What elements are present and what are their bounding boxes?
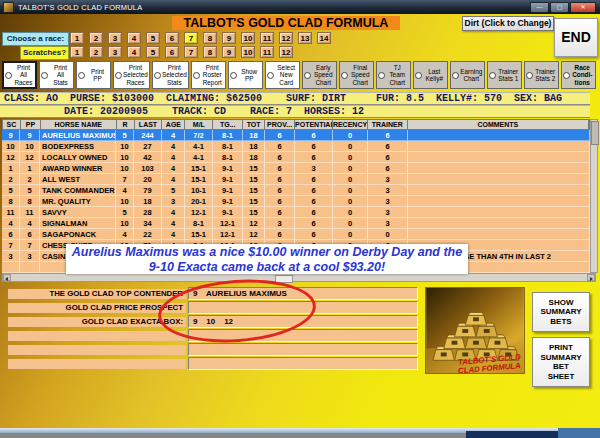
print-option-9[interactable]: Final Speed Chart xyxy=(339,61,374,89)
title-bar: TALBOT'S GOLD CLAD FORMULA — ▢ ✕ xyxy=(0,0,600,14)
scratch-button-4[interactable]: 4 xyxy=(127,46,141,58)
print-option-11[interactable]: Last Kelly# xyxy=(413,61,448,89)
minimize-icon[interactable]: — xyxy=(530,2,549,13)
summary-value-2[interactable]: 9 10 12 xyxy=(188,315,418,328)
print-option-6[interactable]: Show PP xyxy=(228,61,263,89)
summary-labels: THE GOLD CLAD TOP CONTENDERGOLD CLAD PRI… xyxy=(8,289,186,369)
table-row[interactable]: 66SAGAPONACK422415-112-1126600 xyxy=(2,229,590,240)
race-info-bar-2: DATE: 20200905 TRACK: CD RACE: 7 HORSES:… xyxy=(0,105,590,118)
race-button-8[interactable]: 8 xyxy=(203,32,217,44)
print-option-14[interactable]: Trainer Stats 2 xyxy=(524,61,559,89)
table-row[interactable]: 1111SAVVY528412-19-1156603 xyxy=(2,207,590,218)
table-row[interactable]: 88MR. QUALITY1018320-19-1156603 xyxy=(2,196,590,207)
print-option-10[interactable]: TJ Team Chart xyxy=(376,61,411,89)
scratch-button-1[interactable]: 1 xyxy=(70,46,84,58)
print-option-7[interactable]: Select New Card xyxy=(265,61,300,89)
race-button-7[interactable]: 7 xyxy=(184,32,198,44)
h-scroll-thumb[interactable] xyxy=(275,275,293,283)
radio-icon xyxy=(193,72,200,79)
race-button-1[interactable]: 1 xyxy=(70,32,84,44)
radio-icon xyxy=(304,72,311,79)
print-option-2[interactable]: Print PP xyxy=(76,61,111,89)
race-button-6[interactable]: 6 xyxy=(165,32,179,44)
summary-value-5[interactable] xyxy=(188,357,418,370)
print-option-label: Print Selected Stats xyxy=(162,64,187,86)
race-button-2[interactable]: 2 xyxy=(89,32,103,44)
v-scroll-thumb[interactable] xyxy=(591,121,599,145)
print-option-13[interactable]: Trainer Stats 1 xyxy=(487,61,522,89)
print-summary-bet-sheet-button[interactable]: PRINT SUMMARY BET SHEET xyxy=(532,337,590,387)
race-button-13[interactable]: 13 xyxy=(298,32,312,44)
print-option-1[interactable]: Print All Stats xyxy=(39,61,74,89)
scratch-button-12[interactable]: 12 xyxy=(279,46,293,58)
column-header-7: TG... xyxy=(213,120,243,129)
table-row[interactable]: 22ALL WEST720415-19-1156603 xyxy=(2,174,590,185)
show-summary-bets-button[interactable]: SHOW SUMMARY BETS xyxy=(532,292,590,332)
race-button-14[interactable]: 14 xyxy=(317,32,331,44)
scratches-label: Scratches? xyxy=(20,46,69,60)
scratch-button-11[interactable]: 11 xyxy=(260,46,274,58)
print-option-label: Print Roster Report xyxy=(201,64,224,86)
radio-icon xyxy=(41,72,48,79)
race-button-3[interactable]: 3 xyxy=(108,32,122,44)
print-option-label: Last Kelly# xyxy=(423,68,446,82)
scratch-button-6[interactable]: 6 xyxy=(165,46,179,58)
close-icon[interactable]: ✕ xyxy=(570,2,596,13)
summary-value-4[interactable] xyxy=(188,343,418,356)
column-header-8: TOT xyxy=(243,120,265,129)
print-option-label: Race Condi- tions xyxy=(571,64,594,86)
scratch-button-9[interactable]: 9 xyxy=(222,46,236,58)
table-row[interactable]: 1010BODEXPRESS102744-18-1186606 xyxy=(2,141,590,152)
race-buttons: 1234567891011121314 xyxy=(70,32,331,44)
print-option-0[interactable]: Print All Races xyxy=(2,61,37,89)
race-button-11[interactable]: 11 xyxy=(260,32,274,44)
scratch-button-10[interactable]: 10 xyxy=(241,46,255,58)
column-header-9: PROV... xyxy=(265,120,295,129)
scratch-button-5[interactable]: 5 xyxy=(146,46,160,58)
maximize-icon[interactable]: ▢ xyxy=(550,2,569,13)
race-button-9[interactable]: 9 xyxy=(222,32,236,44)
table-header: SCPPHORSE NAMERLASTAGEM/LTG...TOTPROV...… xyxy=(2,119,590,130)
window-title: TALBOT'S GOLD CLAD FORMULA xyxy=(18,3,142,12)
race-button-4[interactable]: 4 xyxy=(127,32,141,44)
race-button-5[interactable]: 5 xyxy=(146,32,160,44)
end-button[interactable]: END xyxy=(554,18,598,57)
scratch-button-2[interactable]: 2 xyxy=(89,46,103,58)
table-row[interactable]: 99AURELIUS MAXIMUS...524447/28-1186606 xyxy=(2,130,590,141)
radio-icon xyxy=(78,72,85,79)
scratch-button-7[interactable]: 7 xyxy=(184,46,198,58)
print-option-5[interactable]: Print Roster Report xyxy=(191,61,226,89)
table-row[interactable]: 44SIGNALMAN103448-112-1123603 xyxy=(2,218,590,229)
print-option-15[interactable]: Race Condi- tions xyxy=(561,61,596,89)
print-option-8[interactable]: Early Speed Chart xyxy=(302,61,337,89)
race-info-bar-1: CLASS: AO PURSE: $103000 CLAIMING: $6250… xyxy=(0,92,590,105)
summary-value-1[interactable] xyxy=(188,301,418,314)
table-row[interactable]: 1212LOCALLY OWNED104244-18-1186606 xyxy=(2,152,590,163)
vertical-scrollbar[interactable] xyxy=(590,119,598,273)
h-scroll-left-arrow-icon[interactable] xyxy=(3,274,11,281)
print-option-label: TJ Team Chart xyxy=(386,64,409,86)
application-window: TALBOT'S GOLD CLAD FORMULA — ▢ ✕ TALBOT'… xyxy=(0,0,600,438)
horizontal-scrollbar[interactable] xyxy=(2,273,596,282)
app-icon xyxy=(3,2,14,13)
taskbar-corner-block xyxy=(558,428,600,438)
print-option-12[interactable]: Earning Chart xyxy=(450,61,485,89)
summary-value-3[interactable] xyxy=(188,329,418,342)
race-button-12[interactable]: 12 xyxy=(279,32,293,44)
h-scroll-right-arrow-icon[interactable] xyxy=(587,274,595,281)
surface-toggle-button[interactable]: Dirt (Click to Change) xyxy=(462,16,554,31)
radio-icon xyxy=(378,72,385,79)
table-row[interactable]: 11AWARD WINNER10103415-19-1156306 xyxy=(2,163,590,174)
scratch-button-3[interactable]: 3 xyxy=(108,46,122,58)
radio-icon xyxy=(415,72,422,79)
radio-icon xyxy=(5,72,12,79)
summary-value-0[interactable]: 9 AURELIUS MAXIMUS xyxy=(188,287,418,300)
race-button-10[interactable]: 10 xyxy=(241,32,255,44)
table-row[interactable]: 55TANK COMMANDER ...479510-19-1156603 xyxy=(2,185,590,196)
main-area: TALBOT'S GOLD CLAD FORMULA Dirt (Click t… xyxy=(0,14,600,428)
print-option-3[interactable]: Print Selected Races xyxy=(113,61,150,89)
scratch-buttons: 123456789101112 xyxy=(70,46,293,58)
print-option-4[interactable]: Print Selected Stats xyxy=(152,61,189,89)
scratch-button-8[interactable]: 8 xyxy=(203,46,217,58)
summary-label-0: THE GOLD CLAD TOP CONTENDER xyxy=(8,289,186,299)
